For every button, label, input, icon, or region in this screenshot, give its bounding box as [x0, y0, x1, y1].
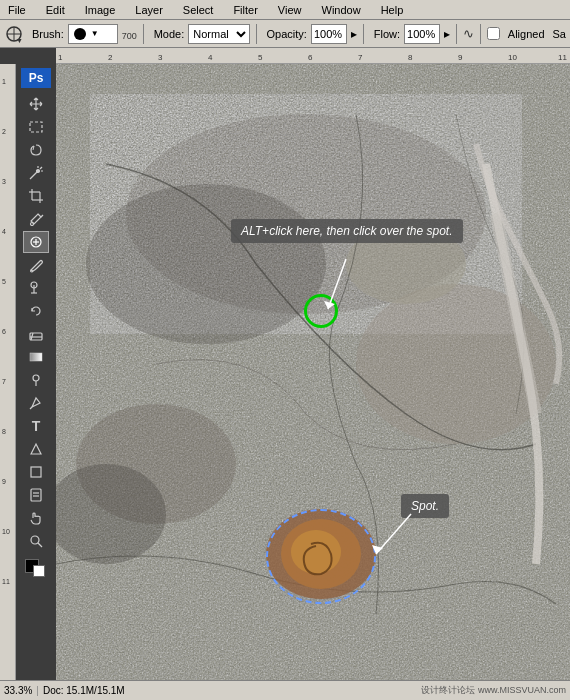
menu-filter[interactable]: Filter: [229, 3, 261, 17]
svg-point-54: [31, 536, 39, 544]
flow-label: Flow:: [374, 28, 400, 40]
flow-arrow[interactable]: ▸: [444, 27, 450, 41]
tool-zoom[interactable]: [23, 530, 49, 552]
menu-image[interactable]: Image: [81, 3, 120, 17]
svg-text:1: 1: [2, 78, 6, 85]
tool-lasso[interactable]: [23, 139, 49, 161]
tool-spot-heal[interactable]: [23, 231, 49, 253]
svg-text:9: 9: [458, 53, 463, 62]
options-toolbar: ▼ Brush: ▼ 700 Mode: Normal Multiply Scr…: [0, 20, 570, 48]
svg-text:4: 4: [208, 53, 213, 62]
tool-hand[interactable]: [23, 507, 49, 529]
brush-label: Brush:: [32, 28, 64, 40]
tool-dodge[interactable]: [23, 369, 49, 391]
svg-line-55: [38, 543, 42, 547]
svg-text:6: 6: [2, 328, 6, 335]
tool-notes[interactable]: [23, 484, 49, 506]
svg-text:2: 2: [108, 53, 113, 62]
aligned-checkbox[interactable]: [487, 27, 500, 40]
svg-text:7: 7: [2, 378, 6, 385]
svg-text:4: 4: [2, 228, 6, 235]
opacity-label: Opacity:: [267, 28, 307, 40]
current-tool-icon[interactable]: ▼: [4, 23, 24, 45]
svg-text:10: 10: [2, 528, 10, 535]
tool-move[interactable]: [23, 93, 49, 115]
mode-label: Mode:: [154, 28, 185, 40]
brush-size-display: 700: [122, 31, 137, 41]
tool-rect-select[interactable]: [23, 116, 49, 138]
flow-input[interactable]: [404, 24, 440, 44]
svg-text:1: 1: [58, 53, 63, 62]
mode-dropdown[interactable]: Normal Multiply Screen: [188, 24, 249, 44]
menu-window[interactable]: Window: [318, 3, 365, 17]
brush-picker[interactable]: ▼: [68, 24, 118, 44]
airbrush-icon[interactable]: ∿: [463, 26, 474, 41]
tool-clone-stamp[interactable]: [23, 277, 49, 299]
ruler-horizontal: 1 2 3 4 5 6 7 8 9 10 11: [56, 48, 570, 64]
canvas-area[interactable]: 设计终计论坛 www.MISSVUAN.com ALT+click here, …: [56, 64, 570, 680]
svg-text:5: 5: [258, 53, 263, 62]
separator-3: [363, 24, 364, 44]
menu-select[interactable]: Select: [179, 3, 218, 17]
svg-text:11: 11: [558, 53, 567, 62]
svg-point-38: [31, 223, 34, 226]
separator-5: [480, 24, 481, 44]
menu-help[interactable]: Help: [377, 3, 408, 17]
svg-text:6: 6: [308, 53, 313, 62]
tool-eyedropper[interactable]: [23, 208, 49, 230]
left-toolbar: Ps: [16, 64, 56, 680]
menu-bar: File Edit Image Layer Select Filter View…: [0, 0, 570, 20]
separator-4: [456, 24, 457, 44]
tool-crop[interactable]: [23, 185, 49, 207]
svg-text:8: 8: [2, 428, 6, 435]
svg-point-61: [346, 224, 466, 304]
tool-gradient[interactable]: [23, 346, 49, 368]
opacity-input[interactable]: [311, 24, 347, 44]
ruler-area: 1 2 3 4 5 6 7 8 9 10 11 1 2 3 4 5 6 7: [0, 48, 570, 680]
canvas-image: 设计终计论坛 www.MISSVUAN.com: [56, 64, 570, 680]
status-bar: 33.3% | Doc: 15.1M/15.1M 设计终计论坛 www.MISS…: [0, 680, 570, 700]
svg-text:11: 11: [2, 578, 10, 585]
brush-dropdown-arrow: ▼: [91, 29, 99, 38]
svg-line-31: [40, 167, 42, 169]
tool-pen[interactable]: [23, 392, 49, 414]
svg-rect-51: [31, 489, 41, 501]
menu-layer[interactable]: Layer: [131, 3, 167, 17]
menu-edit[interactable]: Edit: [42, 3, 69, 17]
svg-text:3: 3: [158, 53, 163, 62]
svg-text:2: 2: [2, 128, 6, 135]
aligned-label: Aligned: [508, 28, 545, 40]
separator: |: [36, 685, 39, 696]
svg-text:10: 10: [508, 53, 517, 62]
tool-history-brush[interactable]: [23, 300, 49, 322]
separator-2: [256, 24, 257, 44]
svg-rect-27: [30, 122, 42, 132]
svg-text:7: 7: [358, 53, 363, 62]
tool-eraser[interactable]: [23, 323, 49, 345]
svg-text:9: 9: [2, 478, 6, 485]
opacity-arrow[interactable]: ▸: [351, 27, 357, 41]
svg-rect-46: [30, 353, 42, 361]
svg-point-62: [86, 184, 326, 344]
ruler-vertical: 1 2 3 4 5 6 7 8 9 10 11: [0, 64, 16, 680]
sa-label: Sa: [553, 28, 566, 40]
zoom-level: 33.3%: [4, 685, 32, 696]
svg-text:5: 5: [2, 278, 6, 285]
menu-file[interactable]: File: [4, 3, 30, 17]
svg-text:8: 8: [408, 53, 413, 62]
watermark-text: 设计终计论坛 www.MISSVUAN.com: [421, 684, 566, 697]
svg-point-32: [37, 170, 40, 173]
svg-rect-50: [31, 467, 41, 477]
tool-path-select[interactable]: [23, 438, 49, 460]
doc-info: Doc: 15.1M/15.1M: [43, 685, 125, 696]
tool-brush[interactable]: [23, 254, 49, 276]
svg-text:3: 3: [2, 178, 6, 185]
svg-point-66: [291, 530, 341, 574]
canvas-row: 1 2 3 4 5 6 7 8 9 10 11 Ps: [0, 64, 570, 680]
tool-text[interactable]: T: [23, 415, 49, 437]
svg-line-49: [30, 407, 32, 409]
tool-shape[interactable]: [23, 461, 49, 483]
color-swatches[interactable]: [23, 557, 49, 579]
tool-magic-wand[interactable]: [23, 162, 49, 184]
menu-view[interactable]: View: [274, 3, 306, 17]
